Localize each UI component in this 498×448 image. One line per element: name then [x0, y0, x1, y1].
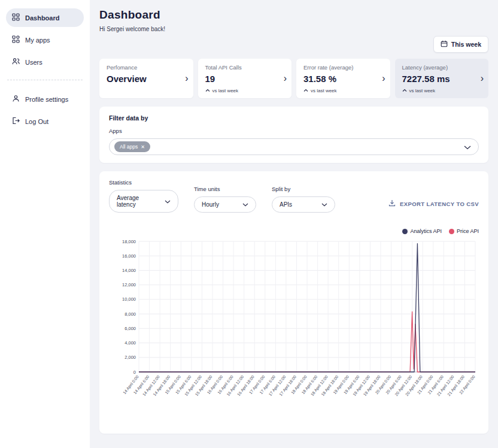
svg-text:4,000: 4,000 [124, 340, 136, 346]
users-icon [12, 57, 20, 66]
statistics-control: Statistics Average latency [109, 179, 178, 213]
stat-card-label: Latency (average) [402, 64, 483, 71]
stat-card-performance[interactable]: Perfomance Overview › [99, 59, 193, 98]
chip-close-icon[interactable]: ✕ [141, 144, 145, 150]
sidebar-item-dashboard[interactable]: Dashboard [6, 8, 84, 27]
sidebar-item-users[interactable]: Users [6, 53, 84, 71]
svg-text:18,000: 18,000 [122, 239, 136, 244]
latency-line-chart: 02,0004,0006,0008,00010,00012,00014,0001… [109, 235, 479, 425]
filter-panel: Filter data by Apps All apps ✕ [99, 107, 488, 163]
export-latency-csv-button[interactable]: EXPORT LATENCY TO CSV [388, 199, 479, 213]
sidebar-item-my-apps[interactable]: My apps [6, 31, 84, 49]
split-by-select[interactable]: APIs [272, 196, 335, 213]
legend-dot-analytics [402, 229, 408, 234]
logout-icon [12, 117, 20, 126]
statistics-panel: Statistics Average latency Time units Ho… [99, 171, 488, 434]
chevron-down-icon [321, 201, 327, 208]
calendar-icon [441, 40, 448, 49]
app-window: Dashboard My apps Users [0, 0, 498, 448]
trend-up-icon [205, 88, 210, 93]
chevron-down-icon [242, 201, 248, 208]
dashboard-grid-icon [12, 13, 20, 22]
trend-up-icon [402, 88, 407, 93]
stat-card-compare: vs last week [311, 88, 337, 93]
svg-text:2,000: 2,000 [124, 355, 136, 360]
statistics-select[interactable]: Average latency [109, 190, 178, 213]
sidebar-item-label: Log Out [25, 118, 48, 125]
statistics-label: Statistics [109, 179, 178, 186]
legend-dot-price [449, 229, 454, 234]
legend-item-analytics-api[interactable]: Analytics API [402, 228, 442, 234]
page-subtitle: Hi Sergei welcome back! [99, 26, 488, 32]
stat-cards-row: Perfomance Overview › Total API Calls 19… [99, 59, 488, 98]
split-by-label: Split by [272, 186, 335, 192]
svg-text:12,000: 12,000 [122, 282, 136, 287]
stat-card-value: 31.58 % [303, 74, 384, 84]
stat-card-label: Error rate (average) [303, 64, 384, 71]
chevron-down-icon [464, 141, 471, 152]
apps-grid-icon [12, 35, 20, 44]
time-units-label: Time units [194, 186, 256, 192]
chevron-right-icon: › [481, 74, 484, 83]
page-title: Dashboard [99, 8, 488, 22]
sidebar-item-label: My apps [25, 37, 50, 44]
chevron-down-icon [165, 198, 171, 205]
trend-up-icon [303, 88, 308, 93]
stat-card-label: Perfomance [107, 64, 187, 71]
svg-text:16,000: 16,000 [122, 253, 136, 259]
stat-card-compare: vs last week [212, 88, 239, 93]
sidebar-divider [7, 80, 83, 80]
legend-item-price-api[interactable]: Price API [449, 228, 479, 234]
svg-text:10,000: 10,000 [122, 296, 136, 302]
main-content: Dashboard Hi Sergei welcome back! This w… [90, 0, 498, 448]
stat-card-total-api-calls[interactable]: Total API Calls 19 vs last week › [198, 59, 292, 98]
stat-card-latency[interactable]: Latency (average) 7227.58 ms vs last wee… [395, 59, 489, 98]
chevron-right-icon: › [185, 74, 188, 83]
apps-field-label: Apps [109, 128, 479, 134]
chart-legend: Analytics API Price API [109, 228, 479, 234]
sidebar-item-label: Users [25, 59, 42, 66]
all-apps-chip[interactable]: All apps ✕ [114, 141, 150, 152]
stat-card-error-rate[interactable]: Error rate (average) 31.58 % vs last wee… [296, 59, 390, 98]
sidebar-item-log-out[interactable]: Log Out [6, 112, 84, 131]
svg-text:8,000: 8,000 [124, 311, 136, 317]
stat-card-compare: vs last week [409, 88, 436, 93]
sidebar: Dashboard My apps Users [0, 0, 90, 448]
download-icon [388, 199, 396, 208]
sidebar-item-label: Dashboard [25, 14, 59, 22]
stat-card-label: Total API Calls [205, 64, 286, 71]
svg-text:6,000: 6,000 [124, 326, 136, 331]
apps-multiselect-input[interactable]: All apps ✕ [109, 138, 479, 155]
sidebar-item-label: Profile settings [25, 96, 68, 103]
chevron-right-icon: › [382, 74, 385, 83]
profile-icon [12, 95, 20, 104]
chart-svg: 02,0004,0006,0008,00010,00012,00014,0001… [109, 235, 479, 422]
split-by-control: Split by APIs [272, 186, 335, 213]
filter-panel-title: Filter data by [109, 114, 479, 122]
time-units-select[interactable]: Hourly [194, 196, 256, 213]
stat-card-value: Overview [107, 74, 187, 84]
svg-text:14,000: 14,000 [122, 268, 136, 273]
stat-card-value: 19 [205, 74, 286, 84]
svg-text:0: 0 [133, 370, 136, 375]
stat-card-value: 7227.58 ms [402, 74, 483, 84]
this-week-button[interactable]: This week [433, 36, 488, 53]
chevron-right-icon: › [284, 74, 287, 83]
time-units-control: Time units Hourly [194, 186, 256, 213]
sidebar-item-profile-settings[interactable]: Profile settings [6, 90, 84, 108]
